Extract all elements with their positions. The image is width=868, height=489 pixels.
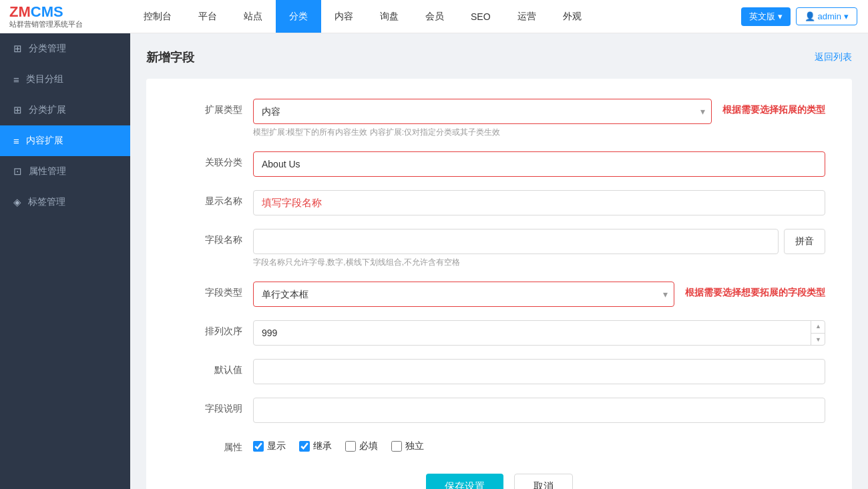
select-wrap-ext-type: 模型扩展 内容 ▾ — [253, 99, 712, 124]
sidebar-item-label: 属性管理 — [29, 165, 66, 177]
control-ext-type: 模型扩展 内容 ▾ 模型扩展:模型下的所有内容生效 内容扩展:仅对指定分类或其子… — [253, 99, 712, 138]
pinyin-button[interactable]: 拼音 — [784, 229, 825, 254]
select-wrap-field-type: 单行文本框 多行文本框 富文本 图片 文件 ▾ — [253, 282, 674, 307]
nav-items: 控制台 平台 站点 分类 内容 询盘 会员 SEO 运营 外观 — [130, 0, 741, 33]
tag-icon: ◈ — [13, 196, 21, 208]
checkbox-item-required[interactable]: 必填 — [345, 440, 378, 452]
save-button[interactable]: 保存设置 — [426, 474, 503, 489]
order-input-wrap: ▲ ▼ — [253, 320, 825, 346]
select-ext-type[interactable]: 模型扩展 内容 — [253, 99, 712, 124]
form-row-related-cat: 关联分类 — [173, 151, 825, 177]
input-related-cat[interactable] — [253, 151, 825, 177]
nav-item-content[interactable]: 内容 — [321, 0, 367, 33]
user-icon: 👤 — [805, 11, 815, 21]
annotation-ext-type: 根据需要选择拓展的类型 — [722, 99, 825, 116]
annotation-field-type: 根据需要选择想要拓展的字段类型 — [685, 282, 825, 299]
checkbox-label-standalone: 独立 — [405, 440, 424, 452]
form-row-field-type: 字段类型 单行文本框 多行文本框 富文本 图片 文件 ▾ 根据需要选择想要拓展的… — [173, 282, 825, 307]
checkbox-label-display: 显示 — [267, 440, 286, 452]
sidebar-item-label: 类目分组 — [26, 73, 63, 85]
nav-item-member[interactable]: 会员 — [412, 0, 457, 33]
form-card: 扩展类型 模型扩展 内容 ▾ 模型扩展:模型下的所有内容生效 内容扩展:仅对指定… — [146, 79, 852, 489]
arrow-down-button[interactable]: ▼ — [811, 334, 825, 346]
hint-field-name: 字段名称只允许字母,数字,横线下划线组合,不允许含有空格 — [253, 257, 825, 268]
checkbox-display[interactable] — [253, 441, 264, 452]
form-row-field-desc: 字段说明 — [173, 398, 825, 423]
form-footer: 保存设置 取消 — [173, 474, 825, 489]
select-field-type[interactable]: 单行文本框 多行文本框 富文本 图片 文件 — [253, 282, 674, 307]
checkbox-item-inherit[interactable]: 继承 — [299, 440, 332, 452]
cancel-button[interactable]: 取消 — [514, 474, 573, 489]
checkbox-inherit[interactable] — [299, 441, 310, 452]
logo: ZMCMS — [9, 3, 63, 21]
nav-item-category[interactable]: 分类 — [276, 0, 321, 33]
checkbox-group: 显示 继承 必填 独立 — [253, 436, 825, 452]
nav-right: 英文版 ▾ 👤 admin ▾ — [741, 7, 868, 26]
label-ext-type: 扩展类型 — [173, 99, 253, 116]
control-attributes: 显示 继承 必填 独立 — [253, 436, 825, 452]
nav-item-inquiry[interactable]: 询盘 — [367, 0, 412, 33]
sidebar: ⊞ 分类管理 ≡ 类目分组 ⊞ 分类扩展 ≡ 内容扩展 ⊡ 属性管理 ◈ 标签管… — [0, 33, 130, 489]
nav-item-site[interactable]: 站点 — [230, 0, 276, 33]
form-row-display-name: 显示名称 — [173, 190, 825, 215]
label-field-name: 字段名称 — [173, 229, 253, 246]
input-field-name[interactable] — [253, 229, 779, 254]
form-row-default-val: 默认值 — [173, 359, 825, 384]
page-title: 新增字段 — [146, 49, 194, 65]
checkbox-standalone[interactable] — [391, 441, 402, 452]
sidebar-item-category-group[interactable]: ≡ 类目分组 — [0, 64, 130, 95]
sidebar-item-label: 分类管理 — [29, 43, 66, 55]
admin-button[interactable]: 👤 admin ▾ — [796, 7, 857, 25]
form-row-attributes: 属性 显示 继承 必填 — [173, 436, 825, 454]
list-icon: ≡ — [13, 135, 19, 147]
input-sort-order[interactable] — [253, 320, 825, 346]
label-default-val: 默认值 — [173, 359, 253, 376]
input-default-val[interactable] — [253, 359, 825, 384]
control-default-val — [253, 359, 825, 384]
logo-z: ZM — [9, 3, 31, 20]
sidebar-item-attr-mgmt[interactable]: ⊡ 属性管理 — [0, 156, 130, 187]
control-field-type: 单行文本框 多行文本框 富文本 图片 文件 ▾ — [253, 282, 674, 307]
checkbox-label-inherit: 继承 — [313, 440, 332, 452]
sidebar-item-tag-mgmt[interactable]: ◈ 标签管理 — [0, 187, 130, 217]
language-button[interactable]: 英文版 ▾ — [741, 7, 791, 26]
sidebar-item-content-ext[interactable]: ≡ 内容扩展 — [0, 125, 130, 156]
checkbox-label-required: 必填 — [359, 440, 378, 452]
form-row-sort-order: 排列次序 ▲ ▼ — [173, 320, 825, 346]
form-row-field-name: 字段名称 拼音 字段名称只允许字母,数字,横线下划线组合,不允许含有空格 — [173, 229, 825, 268]
label-field-desc: 字段说明 — [173, 398, 253, 415]
label-attributes: 属性 — [173, 436, 253, 454]
logo-cms: CMS — [31, 3, 63, 20]
control-field-name: 拼音 字段名称只允许字母,数字,横线下划线组合,不允许含有空格 — [253, 229, 825, 268]
hint-ext-type: 模型扩展:模型下的所有内容生效 内容扩展:仅对指定分类或其子类生效 — [253, 127, 712, 138]
checkbox-item-display[interactable]: 显示 — [253, 440, 286, 452]
input-display-name[interactable] — [253, 190, 825, 215]
grid-icon: ⊞ — [13, 104, 22, 116]
nav-item-seo[interactable]: SEO — [457, 0, 504, 33]
logo-subtitle: 站群营销管理系统平台 — [9, 19, 83, 29]
control-sort-order: ▲ ▼ — [253, 320, 825, 346]
nav-item-appearance[interactable]: 外观 — [550, 0, 595, 33]
list-icon: ≡ — [13, 74, 19, 85]
nav-item-platform[interactable]: 平台 — [185, 0, 230, 33]
arrow-up-button[interactable]: ▲ — [811, 320, 825, 334]
back-link[interactable]: 返回列表 — [815, 51, 852, 63]
sidebar-item-label: 标签管理 — [28, 196, 65, 208]
nav-item-dashboard[interactable]: 控制台 — [130, 0, 185, 33]
order-arrows: ▲ ▼ — [811, 320, 825, 346]
checkbox-required[interactable] — [345, 441, 356, 452]
sidebar-item-category-ext[interactable]: ⊞ 分类扩展 — [0, 95, 130, 125]
chevron-down-icon: ▾ — [844, 11, 849, 21]
label-field-type: 字段类型 — [173, 282, 253, 299]
chevron-down-icon: ▾ — [778, 11, 783, 21]
label-related-cat: 关联分类 — [173, 151, 253, 169]
bean-icon: ⊡ — [13, 165, 22, 177]
form-row-ext-type: 扩展类型 模型扩展 内容 ▾ 模型扩展:模型下的所有内容生效 内容扩展:仅对指定… — [173, 99, 825, 138]
sidebar-item-label: 分类扩展 — [29, 104, 66, 116]
nav-item-operation[interactable]: 运营 — [504, 0, 550, 33]
sidebar-item-label: 内容扩展 — [26, 135, 63, 147]
input-field-desc[interactable] — [253, 398, 825, 423]
checkbox-item-standalone[interactable]: 独立 — [391, 440, 424, 452]
control-field-desc — [253, 398, 825, 423]
sidebar-item-category-mgmt[interactable]: ⊞ 分类管理 — [0, 33, 130, 64]
